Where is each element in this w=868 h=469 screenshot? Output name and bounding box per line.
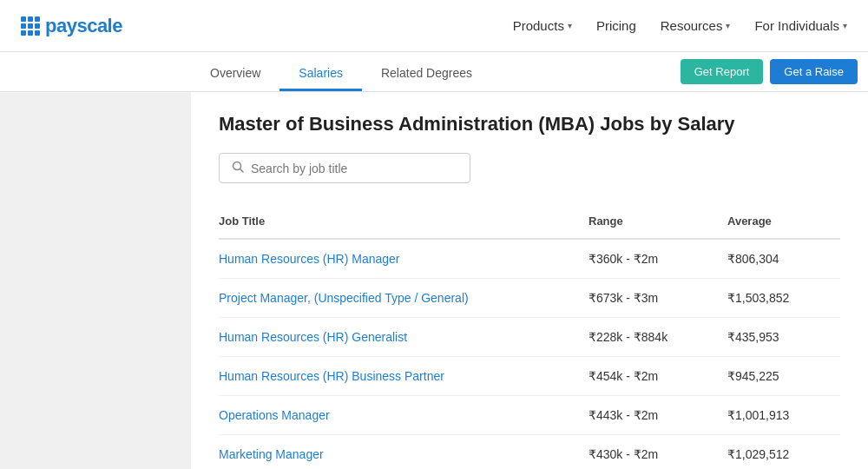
job-title-cell: Human Resources (HR) Manager bbox=[219, 239, 589, 279]
job-title-cell: Human Resources (HR) Business Partner bbox=[219, 357, 589, 396]
range-cell: ₹430k - ₹2m bbox=[589, 435, 727, 470]
get-raise-button[interactable]: Get a Raise bbox=[770, 59, 858, 84]
job-title-link[interactable]: Project Manager, (Unspecified Type / Gen… bbox=[219, 291, 469, 305]
table-row: Human Resources (HR) Business Partner ₹4… bbox=[219, 357, 840, 396]
nav-products[interactable]: Products ▾ bbox=[513, 18, 572, 33]
tab-related-degrees[interactable]: Related Degrees bbox=[362, 57, 491, 91]
col-header-job-title: Job Title bbox=[219, 208, 589, 239]
col-header-average: Average bbox=[727, 208, 840, 239]
site-header: payscale Products ▾ Pricing Resources ▾ … bbox=[0, 0, 868, 52]
main-nav: Products ▾ Pricing Resources ▾ For Indiv… bbox=[513, 18, 847, 33]
table-row: Human Resources (HR) Generalist ₹228k - … bbox=[219, 318, 840, 357]
table-row: Marketing Manager ₹430k - ₹2m ₹1,029,512 bbox=[219, 435, 840, 470]
logo[interactable]: payscale bbox=[21, 15, 122, 37]
main-content: Master of Business Administration (MBA) … bbox=[191, 92, 868, 469]
average-cell: ₹1,503,852 bbox=[727, 279, 840, 318]
jobs-table: Job Title Range Average Human Resources … bbox=[219, 208, 840, 469]
tab-overview[interactable]: Overview bbox=[191, 57, 279, 91]
logo-icon bbox=[21, 17, 40, 36]
job-title-link[interactable]: Marketing Manager bbox=[219, 447, 324, 461]
tab-salaries[interactable]: Salaries bbox=[279, 57, 362, 91]
chevron-down-icon: ▾ bbox=[843, 21, 847, 30]
job-title-cell: Operations Manager bbox=[219, 396, 589, 435]
nav-resources[interactable]: Resources ▾ bbox=[661, 18, 731, 33]
table-row: Project Manager, (Unspecified Type / Gen… bbox=[219, 279, 840, 318]
search-box[interactable] bbox=[219, 153, 470, 183]
table-header-row: Job Title Range Average bbox=[219, 208, 840, 239]
get-report-button[interactable]: Get Report bbox=[681, 59, 764, 84]
job-title-cell: Marketing Manager bbox=[219, 435, 589, 470]
table-row: Operations Manager ₹443k - ₹2m ₹1,001,91… bbox=[219, 396, 840, 435]
nav-pricing[interactable]: Pricing bbox=[596, 18, 636, 33]
range-cell: ₹228k - ₹884k bbox=[589, 318, 727, 357]
average-cell: ₹1,001,913 bbox=[727, 396, 840, 435]
job-title-link[interactable]: Human Resources (HR) Generalist bbox=[219, 330, 407, 344]
range-cell: ₹443k - ₹2m bbox=[589, 396, 727, 435]
search-input[interactable] bbox=[251, 162, 457, 175]
range-cell: ₹673k - ₹3m bbox=[589, 279, 727, 318]
tab-action-buttons: Get Report Get a Raise bbox=[681, 59, 868, 91]
job-title-link[interactable]: Operations Manager bbox=[219, 408, 330, 422]
job-title-cell: Human Resources (HR) Generalist bbox=[219, 318, 589, 357]
svg-line-1 bbox=[240, 169, 244, 173]
average-cell: ₹435,953 bbox=[727, 318, 840, 357]
average-cell: ₹806,304 bbox=[727, 239, 840, 279]
col-header-range: Range bbox=[589, 208, 727, 239]
content-area: Master of Business Administration (MBA) … bbox=[0, 92, 868, 469]
table-row: Human Resources (HR) Manager ₹360k - ₹2m… bbox=[219, 239, 840, 279]
search-icon bbox=[232, 161, 244, 175]
job-title-link[interactable]: Human Resources (HR) Business Partner bbox=[219, 369, 444, 383]
job-title-cell: Project Manager, (Unspecified Type / Gen… bbox=[219, 279, 589, 318]
page-title: Master of Business Administration (MBA) … bbox=[219, 113, 840, 135]
average-cell: ₹945,225 bbox=[727, 357, 840, 396]
sidebar bbox=[0, 92, 191, 469]
tabs-bar: Overview Salaries Related Degrees Get Re… bbox=[0, 52, 868, 92]
job-title-link[interactable]: Human Resources (HR) Manager bbox=[219, 252, 400, 266]
chevron-down-icon: ▾ bbox=[568, 21, 572, 30]
range-cell: ₹360k - ₹2m bbox=[589, 239, 727, 279]
range-cell: ₹454k - ₹2m bbox=[589, 357, 727, 396]
logo-text: payscale bbox=[45, 15, 122, 37]
chevron-down-icon: ▾ bbox=[726, 21, 730, 30]
nav-for-individuals[interactable]: For Individuals ▾ bbox=[754, 18, 847, 33]
average-cell: ₹1,029,512 bbox=[727, 435, 840, 470]
